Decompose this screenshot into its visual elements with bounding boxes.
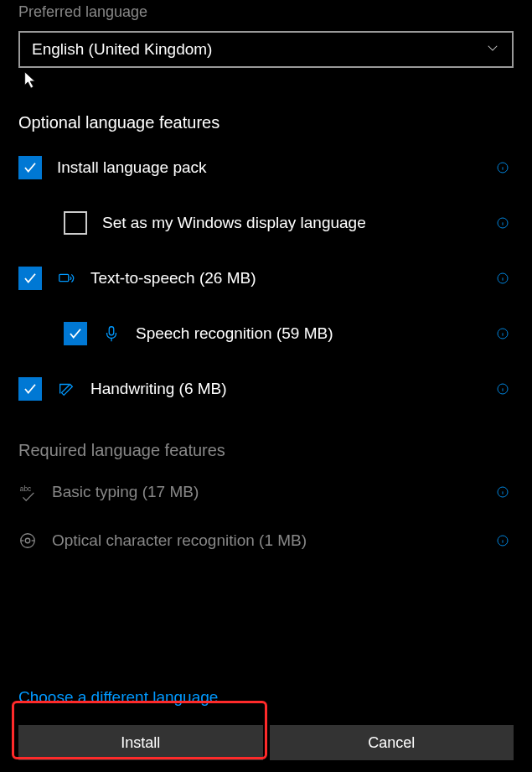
- basic-typing-icon: abc: [18, 483, 37, 501]
- install-language-pack-label: Install language pack: [57, 158, 514, 177]
- install-button[interactable]: Install: [18, 725, 263, 760]
- svg-rect-10: [109, 327, 114, 335]
- ocr-row: Optical character recognition (1 MB): [18, 524, 514, 557]
- cancel-button[interactable]: Cancel: [270, 725, 514, 760]
- text-to-speech-icon: [57, 269, 75, 288]
- basic-typing-label: Basic typing (17 MB): [52, 483, 514, 501]
- choose-different-language-link[interactable]: Choose a different language: [18, 688, 218, 707]
- chevron-down-icon: [485, 40, 500, 60]
- info-icon[interactable]: [495, 215, 510, 231]
- info-icon[interactable]: [495, 326, 510, 341]
- speech-recognition-row: Speech recognition (59 MB): [18, 317, 514, 350]
- info-icon[interactable]: [495, 533, 510, 548]
- handwriting-row: Handwriting (6 MB): [18, 372, 514, 406]
- speech-recognition-checkbox[interactable]: [64, 322, 87, 345]
- ocr-label: Optical character recognition (1 MB): [52, 531, 514, 550]
- text-to-speech-label: Text-to-speech (26 MB): [90, 269, 514, 288]
- info-icon[interactable]: [495, 484, 510, 500]
- required-features-heading: Required language features: [18, 441, 514, 460]
- svg-point-23: [25, 538, 30, 543]
- text-to-speech-row: Text-to-speech (26 MB): [18, 262, 514, 295]
- microphone-icon: [102, 324, 121, 343]
- ocr-icon: [18, 531, 37, 550]
- display-language-row: Set as my Windows display language: [18, 206, 514, 240]
- install-language-pack-checkbox[interactable]: [18, 156, 42, 179]
- mouse-cursor-icon: [23, 71, 39, 94]
- info-icon[interactable]: [495, 381, 510, 396]
- handwriting-icon: [57, 380, 75, 398]
- optional-features-heading: Optional language features: [18, 113, 514, 132]
- dropdown-value: English (United Kingdom): [32, 40, 212, 59]
- speech-recognition-label: Speech recognition (59 MB): [136, 324, 514, 343]
- preferred-language-dropdown[interactable]: English (United Kingdom): [18, 31, 514, 68]
- display-language-label: Set as my Windows display language: [102, 214, 514, 232]
- handwriting-checkbox[interactable]: [18, 377, 42, 401]
- handwriting-label: Handwriting (6 MB): [90, 380, 514, 398]
- footer-area: Choose a different language Install Canc…: [18, 688, 514, 760]
- text-to-speech-checkbox[interactable]: [18, 267, 42, 290]
- svg-rect-6: [59, 274, 69, 281]
- svg-text:abc: abc: [20, 485, 31, 493]
- display-language-checkbox[interactable]: [64, 211, 87, 235]
- basic-typing-row: abc Basic typing (17 MB): [18, 475, 514, 509]
- preferred-language-label: Preferred language: [18, 3, 514, 21]
- info-icon[interactable]: [495, 271, 510, 286]
- install-language-pack-row: Install language pack: [18, 151, 514, 184]
- info-icon[interactable]: [495, 160, 510, 175]
